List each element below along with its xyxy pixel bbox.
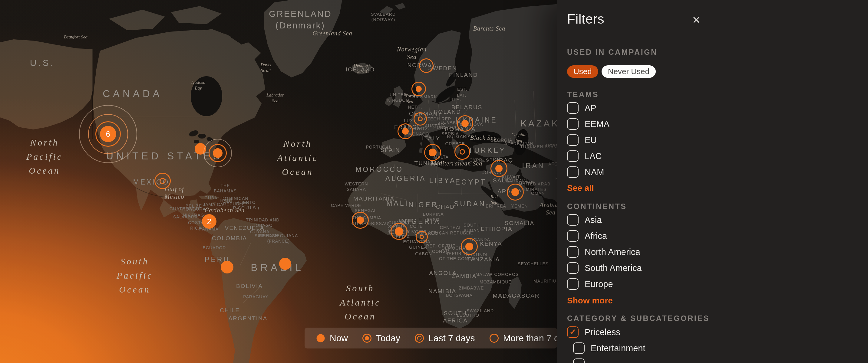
marker-ring xyxy=(455,144,470,160)
legend-item: Last 7 days xyxy=(414,333,475,343)
checkbox-unchecked[interactable] xyxy=(567,150,579,162)
used-filter-pill-never-used[interactable]: Never Used xyxy=(601,65,656,78)
checkbox-checked[interactable]: ✓ xyxy=(567,326,579,338)
marker-dot xyxy=(221,261,234,273)
marker-dot xyxy=(279,258,291,270)
legend-label: Last 7 days xyxy=(428,333,475,343)
checkbox-unchecked[interactable] xyxy=(567,278,579,290)
checkbox-unchecked[interactable] xyxy=(573,342,585,354)
legend-label: More than 7 days ago xyxy=(503,333,557,343)
filters-panel: Filters ✕ USED IN CAMPAIGN UsedNever Use… xyxy=(557,0,868,363)
checkbox-unchecked[interactable] xyxy=(567,118,579,130)
marker-ring xyxy=(154,173,171,189)
marker-dot xyxy=(461,120,469,127)
category-item-priceless[interactable]: ✓Priceless xyxy=(567,326,646,338)
checkbox-label: EEMA xyxy=(585,119,610,129)
checkbox-label: North America xyxy=(585,247,640,257)
team-item-nam[interactable]: NAM xyxy=(567,166,610,178)
marker-dot xyxy=(356,217,364,224)
marker-dot: 2 xyxy=(202,214,216,229)
continent-item-south-america[interactable]: South America xyxy=(567,262,642,274)
marker-dot xyxy=(465,242,473,251)
legend-item: Today xyxy=(362,333,400,343)
marker-dot xyxy=(416,86,422,92)
marker-dot xyxy=(213,148,222,158)
checkbox-unchecked[interactable] xyxy=(567,230,579,242)
marker-dot xyxy=(395,227,403,236)
category-list: ✓PricelessEntertainment xyxy=(567,326,646,363)
checkbox-unchecked[interactable] xyxy=(567,246,579,258)
continents-show-more-link[interactable]: Show more xyxy=(567,296,613,305)
team-item-ap[interactable]: AP xyxy=(567,102,610,114)
checkbox-label: Asia xyxy=(585,215,601,225)
checkbox-unchecked[interactable] xyxy=(567,102,579,114)
legend-label: Now xyxy=(330,333,348,343)
marker-ring xyxy=(413,112,427,126)
marker-dot xyxy=(429,148,437,156)
panel-title: Filters xyxy=(567,11,604,27)
continents xyxy=(0,0,593,363)
last7-marker-icon xyxy=(414,333,425,343)
legend-label: Today xyxy=(376,333,400,343)
checkbox-unchecked[interactable] xyxy=(567,134,579,146)
checkbox-unchecked[interactable] xyxy=(567,262,579,274)
marker-dot xyxy=(495,165,503,172)
checkbox-unchecked[interactable] xyxy=(567,166,579,178)
legend-item: More than 7 days ago xyxy=(489,333,557,343)
map-time-legend: NowTodayLast 7 daysMore than 7 days ago xyxy=(305,328,557,349)
continents-list: AsiaAfricaNorth AmericaSouth AmericaEuro… xyxy=(567,214,642,294)
checkbox-label: South America xyxy=(585,263,642,273)
category-item-entertainment[interactable]: Entertainment xyxy=(573,342,646,354)
checkbox-label: Priceless xyxy=(585,327,620,337)
section-header-teams: TEAMS xyxy=(567,90,599,99)
checkbox-label: Europe xyxy=(585,279,613,289)
checkbox-label: EU xyxy=(585,135,597,145)
section-header-used-in-campaign: USED IN CAMPAIGN xyxy=(567,48,658,57)
category-item[interactable] xyxy=(573,359,646,363)
section-header-continents: CONTINENTS xyxy=(567,202,627,211)
close-icon[interactable]: ✕ xyxy=(690,13,703,27)
marker-ring xyxy=(416,231,428,243)
teams-see-all-link[interactable]: See all xyxy=(567,183,594,193)
team-item-eema[interactable]: EEMA xyxy=(567,118,610,130)
older-marker-icon xyxy=(489,333,499,343)
continent-item-europe[interactable]: Europe xyxy=(567,278,642,290)
continent-item-north-america[interactable]: North America xyxy=(567,246,642,258)
teams-list: APEEMAEULACNAM xyxy=(567,102,610,183)
checkbox-unchecked[interactable] xyxy=(567,214,579,226)
checkbox-label: LAC xyxy=(585,151,601,161)
continent-item-asia[interactable]: Asia xyxy=(567,214,642,226)
marker-dot xyxy=(512,188,519,196)
now-marker-icon xyxy=(315,333,326,343)
checkbox-unchecked[interactable] xyxy=(573,359,585,363)
team-item-eu[interactable]: EU xyxy=(567,134,610,146)
marker-dot xyxy=(402,128,409,135)
marker-ring xyxy=(419,58,434,73)
checkbox-label: Entertainment xyxy=(591,343,646,353)
used-in-campaign-toggle: UsedNever Used xyxy=(567,65,656,78)
continent-item-africa[interactable]: Africa xyxy=(567,230,642,242)
legend-item: Now xyxy=(315,333,348,343)
checkbox-label: Africa xyxy=(585,231,607,241)
checkbox-label: AP xyxy=(585,103,596,113)
today-marker-icon xyxy=(362,333,372,343)
marker-dot: 6 xyxy=(100,126,116,142)
used-filter-pill-used[interactable]: Used xyxy=(567,65,598,78)
checkbox-label: NAM xyxy=(585,167,604,177)
team-item-lac[interactable]: LAC xyxy=(567,150,610,162)
section-header-category: CATEGORY & SUBCATEGORIES xyxy=(567,314,710,323)
